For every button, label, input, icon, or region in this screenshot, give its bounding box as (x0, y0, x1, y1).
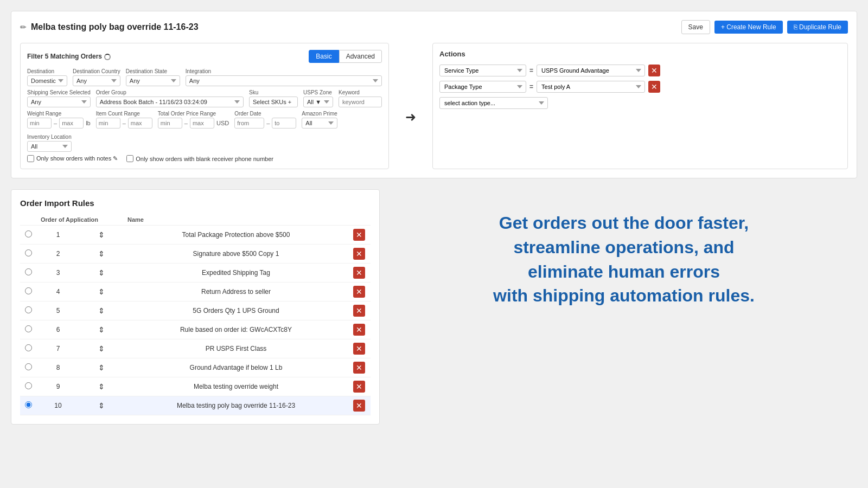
inventory-location-select[interactable]: All (27, 141, 72, 152)
row-sort-handle[interactable]: ⇕ (80, 396, 123, 415)
row-radio-cell[interactable] (20, 226, 36, 245)
row-sort-handle[interactable]: ⇕ (80, 282, 123, 301)
create-new-rule-button[interactable]: + Create New Rule (714, 21, 783, 34)
destination-state-label: Destination State (126, 68, 180, 74)
row-sort-handle[interactable]: ⇕ (80, 339, 123, 358)
row-sort-handle[interactable]: ⇕ (80, 226, 123, 245)
notes-checkbox[interactable] (27, 155, 34, 162)
promo-area: Get orders out the door faster, streamli… (391, 189, 857, 330)
row-sort-handle[interactable]: ⇕ (80, 245, 123, 264)
order-group-select[interactable]: Address Book Batch - 11/16/23 03:24:09 (96, 97, 244, 107)
add-action-type-select[interactable]: select action type... (439, 97, 548, 109)
destination-select[interactable]: Domestic (27, 75, 67, 86)
remove-action-2-button[interactable]: ✕ (648, 81, 660, 93)
usps-zone-select[interactable]: All ▼ (303, 97, 333, 107)
row-delete-cell[interactable]: ✕ (349, 245, 371, 264)
save-button[interactable]: Save (681, 20, 710, 34)
rule-radio[interactable] (25, 325, 32, 332)
item-count-min-input[interactable] (96, 118, 120, 129)
date-from-input[interactable] (234, 118, 264, 129)
row-delete-cell[interactable]: ✕ (349, 264, 371, 282)
amazon-prime-select[interactable]: All (302, 118, 337, 129)
row-delete-cell[interactable]: ✕ (349, 226, 371, 245)
col-order-header: Order of Application (36, 214, 123, 226)
row-name: Ground Advantage if below 1 Lb (123, 358, 349, 377)
action-value-select-1[interactable]: USPS Ground Advantage (537, 65, 645, 76)
price-max-input[interactable] (190, 118, 214, 129)
row-radio-cell[interactable] (20, 320, 36, 339)
row-radio-cell[interactable] (20, 377, 36, 396)
usd-unit: USD (216, 120, 229, 126)
destination-state-select[interactable]: Any (126, 75, 180, 86)
equals-sign-1: = (529, 67, 533, 74)
delete-rule-button[interactable]: ✕ (353, 381, 365, 393)
rule-radio[interactable] (25, 344, 32, 351)
weight-min-input[interactable] (27, 118, 52, 129)
action-type-select-2[interactable]: Package Type (439, 81, 526, 93)
delete-rule-button[interactable]: ✕ (353, 362, 365, 374)
table-row: 7 ⇕ PR USPS First Class ✕ (20, 339, 371, 358)
row-delete-cell[interactable]: ✕ (349, 396, 371, 415)
action-value-select-2[interactable]: Test poly A (537, 81, 645, 93)
row-sort-handle[interactable]: ⇕ (80, 358, 123, 377)
action-type-select-1[interactable]: Service Type (439, 65, 526, 76)
integration-select[interactable]: Any (186, 75, 382, 86)
item-count-max-input[interactable] (128, 118, 152, 129)
delete-rule-button[interactable]: ✕ (353, 286, 365, 298)
rule-radio[interactable] (25, 230, 32, 237)
rule-radio[interactable] (25, 401, 32, 408)
keyword-input[interactable] (339, 97, 382, 107)
delete-rule-button[interactable]: ✕ (353, 267, 365, 279)
col-name-header: Name (123, 214, 349, 226)
row-radio-cell[interactable] (20, 245, 36, 264)
shipping-service-label: Shipping Service Selected (27, 89, 91, 95)
row-radio-cell[interactable] (20, 264, 36, 282)
sku-select[interactable]: Select SKUs + (249, 97, 298, 107)
shipping-service-select[interactable]: Any (27, 97, 91, 107)
delete-rule-button[interactable]: ✕ (353, 324, 365, 336)
row-number: 7 (36, 339, 80, 358)
rule-radio[interactable] (25, 249, 32, 256)
date-to-input[interactable] (272, 118, 296, 129)
blank-phone-checkbox[interactable] (126, 155, 133, 162)
rule-radio[interactable] (25, 287, 32, 294)
row-sort-handle[interactable]: ⇕ (80, 264, 123, 282)
rule-radio[interactable] (25, 382, 32, 389)
destination-label: Destination (27, 68, 67, 74)
rule-radio[interactable] (25, 306, 32, 313)
row-delete-cell[interactable]: ✕ (349, 377, 371, 396)
actions-title: Actions (439, 50, 841, 58)
duplicate-rule-button[interactable]: ⎘ Duplicate Rule (787, 21, 848, 34)
row-radio-cell[interactable] (20, 339, 36, 358)
destination-country-select[interactable]: Any (73, 75, 120, 86)
notes-label: Only show orders with notes ✎ (36, 155, 118, 162)
rule-radio[interactable] (25, 363, 32, 370)
tab-basic[interactable]: Basic (309, 50, 339, 63)
row-radio-cell[interactable] (20, 282, 36, 301)
row-radio-cell[interactable] (20, 396, 36, 415)
row-delete-cell[interactable]: ✕ (349, 282, 371, 301)
row-radio-cell[interactable] (20, 301, 36, 320)
delete-rule-button[interactable]: ✕ (353, 229, 365, 241)
delete-rule-button[interactable]: ✕ (353, 305, 365, 317)
row-name: Total Package Protection above $500 (123, 226, 349, 245)
rules-panel: Order Import Rules Order of Application … (11, 189, 380, 425)
row-radio-cell[interactable] (20, 358, 36, 377)
row-delete-cell[interactable]: ✕ (349, 358, 371, 377)
tab-advanced[interactable]: Advanced (339, 50, 382, 63)
row-delete-cell[interactable]: ✕ (349, 301, 371, 320)
remove-action-1-button[interactable]: ✕ (648, 65, 660, 76)
row-sort-handle[interactable]: ⇕ (80, 320, 123, 339)
price-min-input[interactable] (158, 118, 182, 129)
rule-radio[interactable] (25, 268, 32, 275)
row-delete-cell[interactable]: ✕ (349, 320, 371, 339)
delete-rule-button[interactable]: ✕ (353, 248, 365, 260)
table-row: 4 ⇕ Return Address to seller ✕ (20, 282, 371, 301)
delete-rule-button[interactable]: ✕ (353, 400, 365, 412)
row-sort-handle[interactable]: ⇕ (80, 377, 123, 396)
table-row: 10 ⇕ Melba testing poly bag override 11-… (20, 396, 371, 415)
row-sort-handle[interactable]: ⇕ (80, 301, 123, 320)
delete-rule-button[interactable]: ✕ (353, 343, 365, 355)
weight-max-input[interactable] (59, 118, 84, 129)
row-delete-cell[interactable]: ✕ (349, 339, 371, 358)
